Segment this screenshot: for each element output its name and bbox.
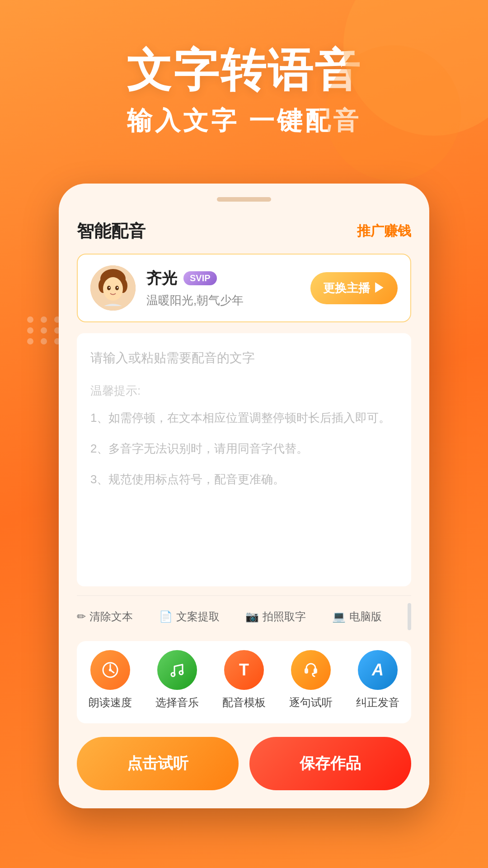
listen-label: 逐句试听: [289, 695, 333, 710]
hint-2: 2、多音字无法识别时，请用同音字代替。: [90, 437, 398, 460]
voice-actor-name: 齐光: [146, 268, 177, 289]
photo-icon: 📷: [245, 610, 259, 623]
phone-notch: [217, 197, 271, 202]
voice-actor-description: 温暖阳光,朝气少年: [146, 292, 244, 308]
phone-mockup: 智能配音 推广赚钱: [59, 184, 429, 808]
svg-point-10: [109, 669, 112, 671]
change-host-button[interactable]: 更换主播 ▶: [310, 272, 398, 304]
svg-point-8: [117, 287, 118, 288]
speed-icon: [90, 650, 130, 690]
action-buttons: 点击试听 保存作品: [77, 737, 411, 790]
toolbar-photo[interactable]: 📷 拍照取字: [245, 609, 306, 624]
app-header: 智能配音 推广赚钱: [77, 211, 411, 254]
toolbar-clear-label: 清除文本: [89, 609, 133, 624]
feature-speed[interactable]: 朗读速度: [89, 650, 132, 710]
text-input-area[interactable]: 请输入或粘贴需要配音的文字 温馨提示: 1、如需停顿，在文本相应位置调整停顿时长…: [77, 333, 411, 586]
feature-music[interactable]: 选择音乐: [155, 650, 199, 710]
extract-icon: 📄: [159, 610, 173, 623]
bottom-toolbar: ✏ 清除文本 📄 文案提取 📷 拍照取字 💻 电脑版: [77, 595, 411, 641]
template-label: 配音模板: [222, 695, 266, 710]
features-row: 朗读速度 选择音乐 T 配音模板: [77, 641, 411, 723]
pc-icon: 💻: [332, 610, 346, 623]
svg-point-4: [103, 277, 123, 301]
correct-icon: A: [358, 650, 398, 690]
voice-actor-left: 齐光 SVIP 温暖阳光,朝气少年: [90, 265, 244, 311]
avatar: [90, 265, 136, 311]
toolbar-extract[interactable]: 📄 文案提取: [159, 609, 220, 624]
hint-1: 1、如需停顿，在文本相应位置调整停顿时长后插入即可。: [90, 406, 398, 429]
toolbar-photo-label: 拍照取字: [263, 609, 306, 624]
voice-actor-info: 齐光 SVIP 温暖阳光,朝气少年: [146, 268, 244, 308]
preview-button[interactable]: 点击试听: [77, 737, 239, 790]
music-icon: [157, 650, 197, 690]
svg-point-7: [109, 287, 110, 288]
svg-rect-13: [305, 668, 308, 674]
voice-actor-card: 齐光 SVIP 温暖阳光,朝气少年 更换主播 ▶: [77, 254, 411, 322]
feature-listen[interactable]: 逐句试听: [289, 650, 333, 710]
toolbar-clear[interactable]: ✏ 清除文本: [77, 609, 133, 624]
hint-title: 温馨提示:: [90, 383, 398, 399]
feature-correct[interactable]: A 纠正发音: [356, 650, 399, 710]
svg-point-11: [171, 673, 175, 676]
hint-3: 3、规范使用标点符号，配音更准确。: [90, 467, 398, 491]
text-placeholder: 请输入或粘贴需要配音的文字: [90, 347, 398, 369]
feature-template[interactable]: T 配音模板: [222, 650, 266, 710]
app-title: 智能配音: [77, 220, 145, 243]
correct-label: 纠正发音: [356, 695, 399, 710]
app-content: 智能配音 推广赚钱: [59, 211, 429, 808]
toolbar-pc-label: 电脑版: [349, 609, 382, 624]
svg-rect-14: [314, 668, 317, 674]
scroll-indicator: [408, 603, 411, 630]
name-row: 齐光 SVIP: [146, 268, 244, 289]
bg-dots: [27, 316, 63, 344]
template-icon: T: [224, 650, 264, 690]
toolbar-extract-label: 文案提取: [176, 609, 220, 624]
bg-decoration-2: [325, 45, 461, 181]
svg-point-12: [179, 671, 183, 675]
svip-badge: SVIP: [183, 271, 217, 285]
promo-link[interactable]: 推广赚钱: [357, 222, 411, 241]
toolbar-pc[interactable]: 💻 电脑版: [332, 609, 382, 624]
music-label: 选择音乐: [155, 695, 199, 710]
listen-icon: [291, 650, 331, 690]
clear-icon: ✏: [77, 610, 86, 623]
speed-label: 朗读速度: [89, 695, 132, 710]
save-button[interactable]: 保存作品: [249, 737, 411, 790]
